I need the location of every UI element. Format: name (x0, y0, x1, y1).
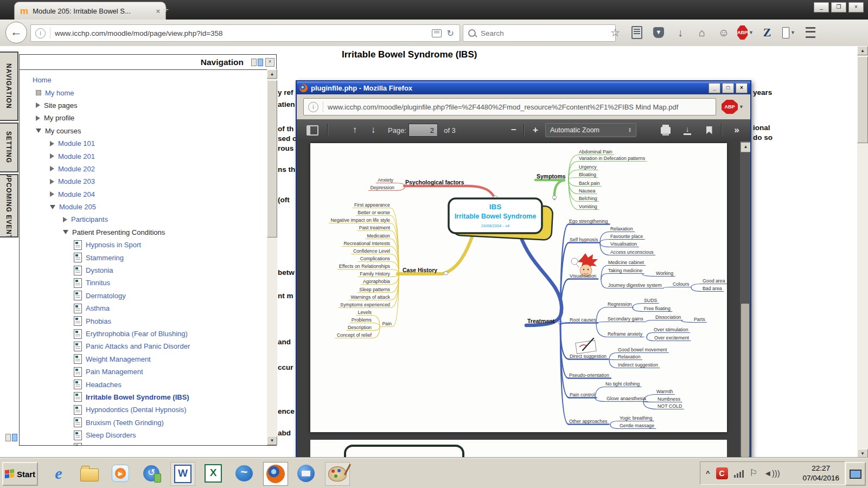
nav-tree-item[interactable]: Headaches (20, 378, 266, 390)
nav-tree-item[interactable]: Hypnodontics (Dental Hypnosis) (20, 403, 266, 416)
pdf-url-text[interactable]: www.icchp.com/moodle/pluginfile.php?file… (328, 103, 678, 111)
volume-icon[interactable]: ◄))) (764, 468, 780, 478)
nav-tree-item[interactable]: Bruxism (Teeth Grinding) (20, 416, 266, 429)
expand-icon[interactable] (50, 179, 54, 184)
nav-tree-item[interactable]: Patient Presenting Conditions (20, 226, 266, 239)
nav-item-label[interactable]: Dermatology (86, 292, 126, 300)
dock-tab-navigation[interactable]: NAVIGATION (0, 52, 18, 121)
nav-item-label[interactable]: My home (45, 89, 74, 97)
feedback-smiley-icon[interactable]: ☺ (717, 24, 730, 41)
nav-tree-item[interactable]: Module 101 (20, 137, 266, 150)
collapse-icon[interactable] (36, 129, 41, 133)
expand-icon[interactable] (63, 217, 67, 222)
nav-tree-item[interactable]: Dermatology (20, 290, 266, 302)
nav-item-label[interactable]: Stammering (86, 254, 124, 262)
media-sync-icon[interactable]: ↺ (139, 462, 163, 485)
nav-item-label[interactable]: Module 205 (59, 203, 96, 211)
nav-tree-item[interactable]: Erythrophobia (Fear of Blushing) (20, 328, 266, 340)
nav-item-label[interactable]: Participants (71, 215, 108, 223)
nav-item-label[interactable]: Hypnodontics (Dental Hypnosis) (86, 406, 187, 414)
main-scrollbar[interactable]: ▲ ▼ (857, 46, 868, 458)
browser-tab[interactable]: m Module 205: Irritable Bowel S... × (14, 2, 166, 20)
internet-explorer-icon[interactable]: e (47, 462, 71, 485)
expand-icon[interactable] (50, 153, 54, 159)
back-button[interactable]: ← (5, 22, 27, 43)
dock-tab-upcoming-events[interactable]: UPCOMING EVENT (0, 174, 18, 237)
more-tools-icon[interactable]: » (729, 119, 745, 141)
nav-item-label[interactable]: Erythrophobia (Fear of Blushing) (86, 330, 188, 338)
nav-tree-item[interactable]: Home (20, 74, 266, 86)
download-icon[interactable]: ↓ (680, 119, 695, 141)
nav-tree-item[interactable]: Module 204 (20, 188, 266, 201)
nav-tree-item[interactable]: Weight Management (20, 353, 266, 365)
page-info-icon[interactable]: i (308, 102, 318, 112)
reader-mode-icon[interactable] (432, 29, 442, 37)
nav-item-label[interactable]: Irritable Bowel Syndrome (IBS) (86, 393, 189, 401)
nav-tree-item[interactable] (20, 441, 266, 445)
nav-tree-item[interactable]: Sleep Disorders (20, 429, 266, 441)
dock-toggle-icon[interactable] (5, 434, 17, 441)
tab-close-icon[interactable]: × (156, 7, 160, 15)
previous-page-icon[interactable]: ↑ (348, 119, 362, 141)
nav-item-label[interactable]: Panic Attacks and Panic Disorder (86, 342, 190, 350)
downloads-icon[interactable]: ↓ (674, 24, 687, 41)
close-button[interactable]: × (848, 2, 864, 12)
maximize-button[interactable]: □ (722, 83, 734, 93)
zoom-out-icon[interactable]: − (507, 119, 520, 141)
nav-tree-item[interactable]: Irritable Bowel Syndrome (IBS) (20, 391, 266, 403)
nav-item-label[interactable]: Asthma (86, 304, 110, 312)
scroll-up-icon[interactable]: ▲ (741, 142, 750, 152)
show-desktop-button[interactable] (845, 462, 866, 486)
dock-tab-settings[interactable]: SETTING (0, 123, 18, 172)
pocket-icon[interactable]: ▼ (652, 24, 665, 41)
expand-icon[interactable] (50, 141, 54, 146)
comodo-icon[interactable]: C (716, 467, 728, 479)
panel-close-icon[interactable]: × (265, 58, 275, 67)
word-icon[interactable]: W (170, 462, 195, 486)
nav-tree-item[interactable]: Asthma (20, 302, 266, 314)
zoom-in-icon[interactable]: + (529, 119, 542, 141)
nav-tree-item[interactable]: My home (20, 86, 266, 99)
main-scrollbar-thumb[interactable] (857, 56, 868, 143)
nav-tree-item[interactable]: My courses (20, 125, 266, 137)
page-number-input[interactable] (409, 124, 438, 137)
nav-tree-item[interactable]: My profile (20, 112, 266, 124)
nav-item-label[interactable]: Module 204 (58, 190, 95, 198)
nav-tree-item[interactable]: Pain Management (20, 365, 266, 378)
zotero-icon[interactable]: Z (761, 24, 774, 41)
page-info-icon[interactable]: i (35, 28, 46, 38)
nav-tree-item[interactable]: Module 203 (20, 175, 266, 188)
nav-item-label[interactable]: Tinnitus (86, 279, 110, 287)
restore-button[interactable]: ❐ (831, 2, 846, 12)
search-bar[interactable] (463, 24, 616, 42)
nav-tree-item[interactable]: Phobias (20, 314, 266, 327)
action-center-flag-icon[interactable]: ⚐ (750, 467, 758, 479)
url-text[interactable]: www.icchp.com/moodle/mod/page/view.php?i… (55, 29, 426, 37)
library-icon[interactable] (630, 24, 643, 41)
collapse-icon[interactable] (63, 230, 68, 234)
adblock-icon[interactable]: ABP▼ (722, 100, 744, 114)
next-page-icon[interactable]: ↓ (366, 119, 380, 141)
nav-item-label[interactable]: Module 101 (58, 139, 95, 147)
nav-item-label[interactable]: Dystonia (86, 266, 113, 274)
openoffice-icon[interactable]: ~ (232, 462, 256, 485)
firefox-icon[interactable] (263, 462, 288, 486)
print-icon[interactable] (658, 119, 673, 141)
nav-item-label[interactable]: Sleep Disorders (86, 431, 136, 439)
scroll-up-icon[interactable]: ▲ (857, 46, 868, 55)
adblock-icon[interactable]: ABP▼ (739, 24, 752, 41)
home-icon[interactable]: ⌂ (695, 24, 709, 41)
paint-icon[interactable] (325, 462, 350, 486)
nav-item-label[interactable]: Module 203 (58, 177, 95, 185)
nav-tree-item[interactable]: Hypnosis in Sport (20, 239, 266, 251)
nav-tree-item[interactable]: Module 201 (20, 150, 266, 162)
collapse-icon[interactable] (50, 205, 55, 209)
nav-item-label[interactable]: Hypnosis in Sport (86, 241, 141, 249)
expand-icon[interactable] (50, 191, 54, 197)
pdf-scrollbar-thumb[interactable] (741, 304, 749, 457)
pdf-window-titlebar[interactable]: pluginfile.php - Mozilla Firefox _ □ × (297, 81, 750, 94)
scroll-down-icon[interactable]: ▼ (267, 436, 277, 445)
nav-tree-item[interactable]: Site pages (20, 99, 266, 112)
nav-item-label[interactable]: Module 202 (58, 165, 95, 173)
close-button[interactable]: × (736, 83, 748, 93)
